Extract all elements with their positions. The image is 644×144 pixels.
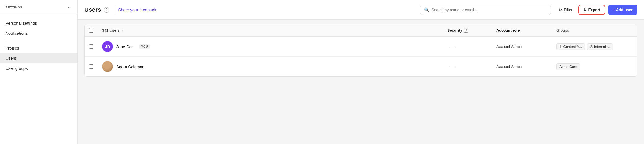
- sidebar-divider: [5, 41, 72, 41]
- user-count: 341 Users: [102, 28, 120, 33]
- group-tag[interactable]: Acme Care: [556, 63, 580, 70]
- sidebar-item-users[interactable]: Users: [0, 53, 77, 63]
- help-icon[interactable]: ?: [104, 7, 109, 13]
- sidebar-item-personal-settings[interactable]: Personal settings: [0, 18, 77, 28]
- header-users: 341 Users ↑: [102, 28, 447, 33]
- row-checkbox[interactable]: [89, 44, 93, 49]
- group-tag[interactable]: 1. Content A...: [556, 43, 585, 50]
- header-checkbox-cell: [89, 28, 102, 33]
- main-content: Users ? Share your feedback 🔍 ⚙ Filter ⬇…: [78, 0, 644, 144]
- row-checkbox[interactable]: [89, 64, 93, 69]
- filter-button[interactable]: ⚙ Filter: [555, 5, 576, 14]
- search-icon: 🔍: [424, 7, 429, 12]
- table-header-row: 341 Users ↑ Security ? Account role Grou…: [85, 24, 637, 37]
- row-groups-cell: Acme Care: [556, 63, 633, 70]
- row-checkbox-cell: [89, 64, 102, 69]
- you-badge: YOU: [139, 44, 150, 49]
- sidebar-nav: Personal settingsNotificationsProfilesUs…: [0, 15, 77, 144]
- sidebar-item-notifications[interactable]: Notifications: [0, 28, 77, 38]
- export-label: Export: [588, 8, 600, 12]
- table-container: 341 Users ↑ Security ? Account role Grou…: [84, 24, 637, 77]
- row-security-cell: —: [447, 44, 496, 50]
- table-row: Adam Coleman—Account AdminAcme Care: [85, 57, 637, 76]
- user-name: Jane Doe: [116, 44, 134, 49]
- row-user-cell: Adam Coleman: [102, 61, 447, 72]
- row-security-cell: —: [447, 64, 496, 70]
- topbar-actions: ⚙ Filter ⬇ Export + Add user: [555, 5, 637, 15]
- security-help-icon[interactable]: ?: [464, 28, 468, 33]
- help-icon-label: ?: [106, 8, 108, 12]
- table-area: 341 Users ↑ Security ? Account role Grou…: [78, 20, 644, 144]
- sidebar-title: SETTINGS: [5, 6, 22, 9]
- header-groups: Groups: [556, 28, 633, 33]
- user-name: Adam Coleman: [116, 64, 144, 69]
- sidebar-item-user-groups[interactable]: User groups: [0, 63, 77, 73]
- search-area: 🔍: [420, 5, 551, 15]
- sidebar-header: SETTINGS ←: [0, 0, 77, 15]
- filter-icon: ⚙: [559, 8, 562, 12]
- sidebar-item-profiles[interactable]: Profiles: [0, 43, 77, 53]
- avatar: [102, 61, 113, 72]
- table-row: JDJane DoeYOU—Account Admin1. Content A.…: [85, 37, 637, 57]
- add-user-button[interactable]: + Add user: [608, 5, 637, 15]
- row-user-cell: JDJane DoeYOU: [102, 41, 447, 52]
- group-tag[interactable]: 2. Internal ...: [587, 43, 613, 50]
- back-icon[interactable]: ←: [67, 4, 72, 10]
- search-box: 🔍: [420, 5, 551, 15]
- row-role-cell: Account Admin: [496, 64, 556, 69]
- topbar-title-area: Users ?: [84, 6, 109, 13]
- avatar-photo: [102, 61, 113, 72]
- header-security[interactable]: Security ?: [447, 28, 496, 33]
- export-button[interactable]: ⬇ Export: [578, 5, 605, 15]
- filter-label: Filter: [564, 8, 572, 12]
- topbar-divider: [114, 6, 114, 14]
- select-all-checkbox[interactable]: [89, 28, 93, 33]
- add-user-label: + Add user: [613, 8, 633, 12]
- header-account-role[interactable]: Account role: [496, 28, 556, 33]
- feedback-link[interactable]: Share your feedback: [118, 7, 156, 12]
- sort-icon[interactable]: ↑: [122, 28, 123, 32]
- row-groups-cell: 1. Content A...2. Internal ...: [556, 43, 633, 50]
- avatar: JD: [102, 41, 113, 52]
- security-label: Security: [447, 28, 462, 33]
- sidebar: SETTINGS ← Personal settingsNotification…: [0, 0, 78, 144]
- groups-label: Groups: [556, 28, 569, 33]
- topbar: Users ? Share your feedback 🔍 ⚙ Filter ⬇…: [78, 0, 644, 20]
- row-checkbox-cell: [89, 44, 102, 49]
- search-input[interactable]: [431, 8, 547, 12]
- export-icon: ⬇: [583, 8, 586, 12]
- row-role-cell: Account Admin: [496, 44, 556, 49]
- account-role-label: Account role: [496, 28, 520, 33]
- page-title: Users: [84, 6, 101, 13]
- table-body: JDJane DoeYOU—Account Admin1. Content A.…: [85, 37, 637, 76]
